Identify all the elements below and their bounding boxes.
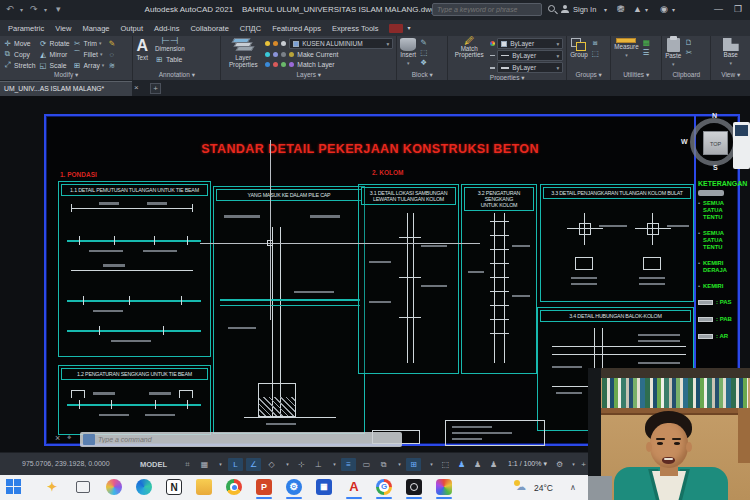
layer-icon-6[interactable] xyxy=(273,62,278,67)
panel-modify-label[interactable]: Modify ▾ xyxy=(0,70,132,80)
layer-icon-1[interactable] xyxy=(265,52,270,57)
user-icon[interactable] xyxy=(561,5,569,13)
dynamic-dropdown-icon[interactable]: ▾ xyxy=(424,458,439,471)
block-attrib-icon[interactable]: ❖ xyxy=(419,58,428,67)
quick-select-icon[interactable]: ▦ xyxy=(642,38,651,47)
restore-button[interactable]: ❐ xyxy=(734,4,742,14)
snap-dropdown-icon[interactable]: ▾ xyxy=(213,458,228,471)
paste-button[interactable]: Paste▾ xyxy=(665,38,681,67)
command-line[interactable] xyxy=(80,432,402,447)
floating-panel[interactable] xyxy=(733,122,750,169)
notion-icon[interactable]: N xyxy=(166,479,182,495)
ortho-toggle-icon[interactable]: L xyxy=(228,458,243,471)
task-view-icon[interactable] xyxy=(76,481,90,493)
copilot-icon[interactable] xyxy=(106,479,122,495)
layer-icon-5[interactable] xyxy=(265,62,270,67)
tab-output[interactable]: Output xyxy=(121,24,144,33)
viewcube-north[interactable]: N xyxy=(712,112,717,119)
isodraft-toggle-icon[interactable]: ◇ xyxy=(264,458,279,471)
help-dropdown-icon[interactable]: ▾ xyxy=(672,6,675,13)
panel-annotation-label[interactable]: Annotation ▾ xyxy=(133,70,220,80)
measure-button[interactable]: Measure▾ xyxy=(614,38,639,58)
osnap-dropdown-icon[interactable]: ▾ xyxy=(327,458,342,471)
redo-icon[interactable]: ↷ xyxy=(30,4,38,14)
insert-button[interactable]: Insert▾ xyxy=(400,38,416,66)
layer-dropdown[interactable]: KUSEN ALUMINIUM ▾ xyxy=(289,38,393,49)
isodraft-dropdown-icon[interactable]: ▾ xyxy=(280,458,295,471)
layer-icon-4[interactable] xyxy=(289,52,294,57)
help-icon[interactable]: ◉ xyxy=(660,4,668,14)
block-define-icon[interactable]: ⬚ xyxy=(419,48,428,57)
selection-dropdown-icon[interactable]: ▾ xyxy=(392,458,407,471)
tab-express-tools[interactable]: Express Tools xyxy=(332,24,379,33)
copilot-spark-icon[interactable]: ✦ xyxy=(44,479,60,495)
autoscale-icon[interactable]: ♟ xyxy=(470,458,485,471)
powerpoint-icon[interactable]: P xyxy=(256,479,272,495)
color-wheel-icon[interactable] xyxy=(490,41,495,46)
block-edit-icon[interactable]: ✎ xyxy=(419,38,428,47)
annotation-scale-value[interactable]: 1:1 / 100% ▾ xyxy=(508,460,547,468)
tab-collaborate[interactable]: Collaborate xyxy=(190,24,228,33)
file-explorer-icon[interactable] xyxy=(196,479,212,495)
annotation-scale-icon[interactable]: ♟ xyxy=(486,458,501,471)
google-icon[interactable]: G xyxy=(376,479,392,495)
fillet-button[interactable]: ⌒Fillet ▾ xyxy=(73,49,105,59)
panel-groups-label[interactable]: Groups ▾ xyxy=(567,70,610,80)
commandline-close-icon[interactable]: × xyxy=(55,433,60,443)
layer-icon-7[interactable] xyxy=(281,62,286,67)
base-button[interactable]: Base▾ xyxy=(723,38,739,66)
lineweight-toggle-icon[interactable]: ≡ xyxy=(341,458,356,471)
search-input[interactable] xyxy=(432,3,542,16)
dynamic-input-icon[interactable]: ⊞ xyxy=(406,458,421,471)
tab-featured-apps[interactable]: Featured Apps xyxy=(272,24,321,33)
lineweight-dropdown[interactable]: ByLayer▾ xyxy=(497,62,563,73)
layer-freeze-icon[interactable] xyxy=(273,41,278,46)
panel-layers-label[interactable]: Layers ▾ xyxy=(221,70,396,80)
annotation-monitor-icon[interactable]: ♟ xyxy=(454,458,469,471)
workspace-gear-icon[interactable]: ⚙ xyxy=(552,458,567,471)
grid-toggle-icon[interactable]: ⌗ xyxy=(180,458,195,471)
layer-properties-button[interactable]: Layer Properties xyxy=(224,38,262,68)
tab-manage[interactable]: Manage xyxy=(82,24,109,33)
layer-icon-2[interactable] xyxy=(273,52,278,57)
autodesk-a-icon[interactable]: ▲ xyxy=(633,4,642,14)
mirror-button[interactable]: ◭Mirror xyxy=(39,49,70,59)
obs-icon[interactable] xyxy=(406,479,422,495)
qat-dropdown-icon[interactable]: ▾ xyxy=(56,4,61,14)
snap-toggle-icon[interactable]: ▦ xyxy=(197,458,212,471)
linetype-dropdown[interactable]: ByLayer▾ xyxy=(497,50,563,61)
tab-overflow-icon[interactable] xyxy=(389,24,403,33)
copy-clip-icon[interactable]: 🗋 xyxy=(684,38,693,47)
signin-dropdown-icon[interactable]: ▾ xyxy=(604,6,607,13)
chrome-icon[interactable] xyxy=(226,479,242,495)
stretch-button[interactable]: ⤢Stretch xyxy=(3,60,36,70)
scale-button[interactable]: ◱Scale xyxy=(39,60,70,70)
group-button[interactable]: Group xyxy=(570,38,588,59)
commandline-recent-icon[interactable] xyxy=(83,434,95,445)
viewcube-west[interactable]: W xyxy=(681,138,688,145)
layer-on-icon[interactable] xyxy=(265,41,270,46)
color-wheel-app-icon[interactable] xyxy=(436,479,452,495)
panel-utilities-label[interactable]: Utilities ▾ xyxy=(611,70,661,80)
file-tab[interactable]: UM_UNIV...AS ISLAM MALANG* xyxy=(0,81,132,96)
array-button[interactable]: ⊞Array ▾ xyxy=(73,60,105,70)
match-layer-button[interactable]: Match Layer xyxy=(297,60,334,70)
tray-chevron-icon[interactable]: ∧ xyxy=(570,483,576,492)
polar-toggle-icon[interactable]: ∠ xyxy=(246,458,261,471)
text-button[interactable]: A Text xyxy=(136,38,148,62)
commandline-customize-icon[interactable]: ⌖ xyxy=(67,433,72,443)
model-space-button[interactable]: MODEL xyxy=(140,460,167,469)
calculator-icon[interactable]: ☰ xyxy=(642,48,651,57)
ungroup-icon[interactable]: ⧈ xyxy=(591,38,600,48)
draw-pencil-button[interactable]: ✎ xyxy=(107,38,116,48)
tab-parametric[interactable]: Parametric xyxy=(8,24,44,33)
osnap-toggle-icon[interactable]: ⊥ xyxy=(311,458,326,471)
photos-icon[interactable]: ▦ xyxy=(316,479,332,495)
undo-icon[interactable]: ↶ xyxy=(6,4,14,14)
file-tab-close-icon[interactable]: × xyxy=(134,83,139,92)
layer-icon-3[interactable] xyxy=(281,52,286,57)
annotation-visibility-icon[interactable]: ⬚ xyxy=(438,458,453,471)
tab-spds[interactable]: СПДС xyxy=(240,24,261,33)
panel-view-label[interactable]: View ▾ xyxy=(711,70,750,80)
viewcube-top-face[interactable]: TOP xyxy=(703,131,728,155)
